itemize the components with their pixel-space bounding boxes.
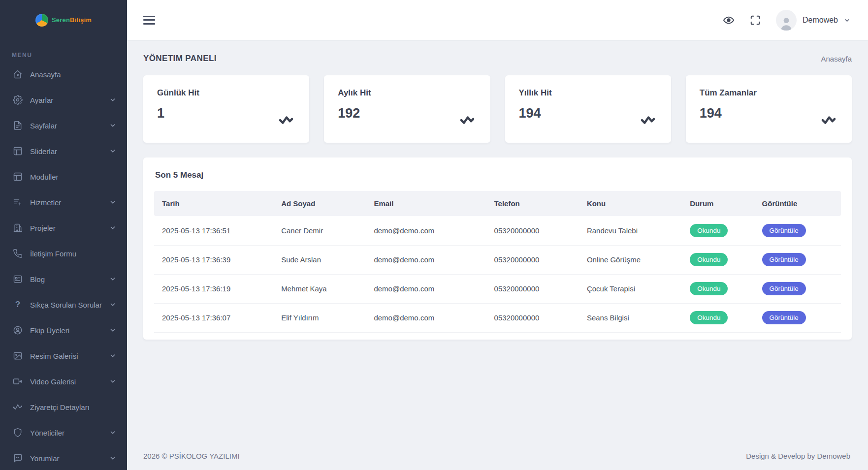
- cell-subject: Online Görüşme: [580, 245, 683, 274]
- stat-card-4: Tüm Zamanlar194: [686, 75, 852, 143]
- chevron-down-icon: [109, 429, 116, 436]
- image-icon: [13, 351, 23, 361]
- sidebar-item-label: Yorumlar: [30, 454, 102, 463]
- stat-label: Yıllık Hit: [519, 88, 657, 98]
- sidebar-item-ayarlar[interactable]: Ayarlar: [0, 87, 127, 113]
- table-row: 2025-05-13 17:36:07Elif Yıldırımdemo@dem…: [154, 303, 841, 332]
- cell-date: 2025-05-13 17:36:51: [154, 216, 274, 245]
- cell-email: demo@demo.com: [367, 303, 487, 332]
- fullscreen-icon[interactable]: [749, 14, 761, 26]
- cell-name: Caner Demir: [274, 216, 367, 245]
- main-area: Demoweb YÖNETIM PANELI Anasayfa Günlük H…: [127, 0, 868, 470]
- content: YÖNETIM PANELI Anasayfa Günlük Hit1Aylık…: [127, 40, 868, 441]
- cell-name: Mehmet Kaya: [274, 274, 367, 303]
- recent-messages-title: Son 5 Mesaj: [154, 170, 841, 180]
- sidebar-item-modüller[interactable]: Modüller: [0, 164, 127, 189]
- sidebar-item-resim-galerisi[interactable]: Resim Galerisi: [0, 343, 127, 369]
- sidebar-item-anasayfa[interactable]: Anasayfa: [0, 62, 127, 87]
- chevron-down-icon: [109, 327, 116, 334]
- sidebar-item-label: Video Galerisi: [30, 377, 102, 386]
- footer: 2026 © PSİKOLOG YAZILIMI Design & Develo…: [127, 441, 868, 470]
- eye-icon[interactable]: [723, 14, 735, 26]
- sidebar-item-label: Sayfalar: [30, 122, 102, 130]
- brand-name: SerenBilişim: [52, 16, 92, 24]
- cell-email: demo@demo.com: [367, 245, 487, 274]
- sidebar-item-label: Modüller: [30, 173, 116, 181]
- sidebar-item-label: Sliderlar: [30, 147, 102, 156]
- column-header: Görüntüle: [755, 191, 841, 216]
- view-button[interactable]: Görüntüle: [762, 253, 806, 267]
- sidebar-item-label: Sıkça Sorulan Sorular: [30, 301, 102, 309]
- recent-messages-card: Son 5 Mesaj TarihAd SoyadEmailTelefonKon…: [143, 157, 852, 340]
- sidebar-section-label: MENU: [0, 40, 127, 62]
- column-header: Konu: [580, 191, 683, 216]
- sidebar-item-projeler[interactable]: Projeler: [0, 215, 127, 241]
- brand-logo-icon: [35, 14, 48, 27]
- comment-icon: [13, 453, 23, 463]
- sidebar: SerenBilişim MENU AnasayfaAyarlarSayfala…: [0, 0, 127, 470]
- stat-value: 1: [157, 106, 295, 121]
- view-button[interactable]: Görüntüle: [762, 282, 806, 296]
- sidebar-item-sıkça-sorulan-sorular[interactable]: ?Sıkça Sorulan Sorular: [0, 292, 127, 317]
- sidebar-item-ekip-üyeleri[interactable]: Ekip Üyeleri: [0, 317, 127, 343]
- sidebar-menu: AnasayfaAyarlarSayfalarSliderlarModüller…: [0, 62, 127, 470]
- sidebar-item-sayfalar[interactable]: Sayfalar: [0, 113, 127, 138]
- sidebar-item-label: Blog: [30, 275, 102, 283]
- cell-date: 2025-05-13 17:36:39: [154, 245, 274, 274]
- menu-toggle-icon[interactable]: [143, 16, 155, 25]
- status-badge[interactable]: Okundu: [690, 253, 728, 267]
- footer-credit: Design & Develop by Demoweb: [746, 452, 850, 460]
- column-header: Tarih: [154, 191, 274, 216]
- sidebar-item-yöneticiler[interactable]: Yöneticiler: [0, 420, 127, 445]
- sidebar-item-label: İletişim Formu: [30, 250, 116, 258]
- sidebar-item-label: Hizmetler: [30, 198, 102, 207]
- cell-name: Elif Yıldırım: [274, 303, 367, 332]
- layout-icon: [13, 146, 23, 156]
- user-menu[interactable]: Demoweb: [776, 10, 850, 31]
- sidebar-item-yorumlar[interactable]: Yorumlar: [0, 445, 127, 470]
- view-button[interactable]: Görüntüle: [762, 311, 806, 325]
- cell-subject: Çocuk Terapisi: [580, 274, 683, 303]
- chevron-down-icon: [109, 96, 116, 103]
- sidebar-item-label: Ekip Üyeleri: [30, 326, 102, 335]
- stat-label: Aylık Hit: [338, 88, 476, 98]
- cell-phone: 05320000000: [487, 274, 580, 303]
- sidebar-item-ziyaretçi-detayları[interactable]: Ziyaretçi Detayları: [0, 394, 127, 420]
- cell-phone: 05320000000: [487, 245, 580, 274]
- sidebar-item-i-letişim-formu[interactable]: İletişim Formu: [0, 241, 127, 266]
- stat-value: 192: [338, 106, 476, 121]
- layout-icon: [13, 172, 23, 182]
- table-header-row: TarihAd SoyadEmailTelefonKonuDurumGörünt…: [154, 191, 841, 216]
- cell-date: 2025-05-13 17:36:07: [154, 303, 274, 332]
- status-badge[interactable]: Okundu: [690, 282, 728, 296]
- status-badge[interactable]: Okundu: [690, 311, 728, 325]
- sidebar-item-label: Projeler: [30, 224, 102, 232]
- view-button[interactable]: Görüntüle: [762, 224, 806, 238]
- column-header: Email: [367, 191, 487, 216]
- sidebar-item-sliderlar[interactable]: Sliderlar: [0, 138, 127, 164]
- sidebar-item-video-galerisi[interactable]: Video Galerisi: [0, 369, 127, 394]
- messages-table: TarihAd SoyadEmailTelefonKonuDurumGörünt…: [154, 191, 841, 333]
- chevron-down-icon: [109, 122, 116, 129]
- sidebar-item-label: Yöneticiler: [30, 429, 102, 437]
- table-row: 2025-05-13 17:36:39Sude Arslandemo@demo.…: [154, 245, 841, 274]
- status-badge[interactable]: Okundu: [690, 224, 728, 238]
- cell-email: demo@demo.com: [367, 216, 487, 245]
- sidebar-item-hizmetler[interactable]: Hizmetler: [0, 189, 127, 215]
- stat-label: Tüm Zamanlar: [700, 88, 838, 98]
- stat-label: Günlük Hit: [157, 88, 295, 98]
- shield-icon: [13, 428, 23, 438]
- breadcrumb[interactable]: Anasayfa: [821, 55, 852, 63]
- cell-phone: 05320000000: [487, 216, 580, 245]
- sidebar-item-blog[interactable]: Blog: [0, 266, 127, 292]
- sidebar-item-label: Ayarlar: [30, 96, 102, 104]
- stat-card-1: Günlük Hit1: [143, 75, 309, 143]
- column-header: Telefon: [487, 191, 580, 216]
- brand-logo[interactable]: SerenBilişim: [0, 0, 127, 40]
- cell-subject: Randevu Talebi: [580, 216, 683, 245]
- chevron-down-icon: [109, 352, 116, 359]
- chevron-down-icon: [844, 17, 850, 23]
- list-plus-icon: [13, 197, 23, 207]
- stats-grid: Günlük Hit1Aylık Hit192Yıllık Hit194Tüm …: [143, 75, 852, 143]
- table-row: 2025-05-13 17:36:51Caner Demirdemo@demo.…: [154, 216, 841, 245]
